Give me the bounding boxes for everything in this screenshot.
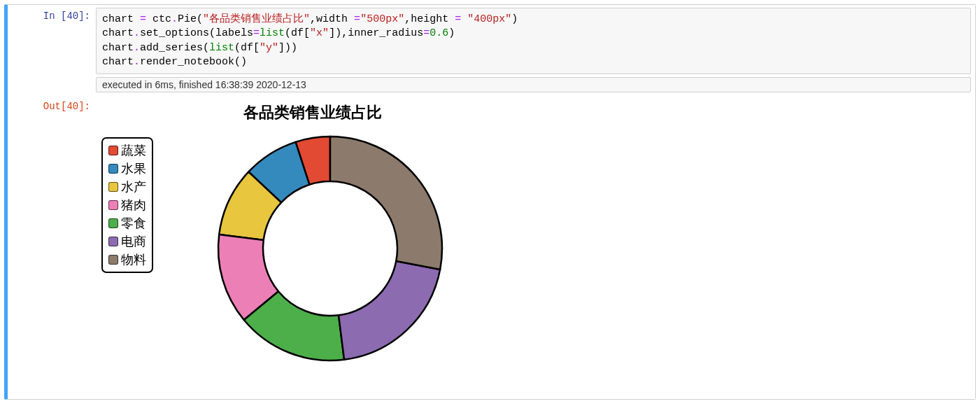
chart-body: 蔬菜水果水产猪肉零食电商物料 bbox=[96, 126, 446, 392]
code-text: chart = ctc.Pie("各品类销售业绩占比",width ="500p… bbox=[102, 13, 965, 69]
legend-item[interactable]: 电商 bbox=[108, 232, 146, 251]
legend-label: 水产 bbox=[121, 178, 146, 195]
pie-slice[interactable] bbox=[339, 261, 440, 360]
pie-slice[interactable] bbox=[330, 136, 442, 270]
legend-swatch bbox=[108, 182, 118, 192]
legend-item[interactable]: 猪肉 bbox=[108, 196, 146, 214]
legend-label: 猪肉 bbox=[121, 197, 146, 214]
pie-chart: 各品类销售业绩占比 蔬菜水果水产猪肉零食电商物料 bbox=[96, 98, 446, 392]
legend-label: 物料 bbox=[121, 251, 146, 268]
legend-item[interactable]: 物料 bbox=[108, 251, 146, 269]
donut-svg bbox=[208, 126, 453, 371]
donut-holder bbox=[208, 126, 453, 371]
chart-title: 各品类销售业绩占比 bbox=[138, 102, 488, 123]
code-input[interactable]: chart = ctc.Pie("各品类销售业绩占比",width ="500p… bbox=[96, 8, 971, 74]
legend-label: 水果 bbox=[121, 160, 146, 177]
legend-label: 零食 bbox=[121, 215, 146, 232]
legend-swatch bbox=[108, 237, 118, 246]
notebook-cell: In [40]: chart = ctc.Pie("各品类销售业绩占比",wid… bbox=[4, 4, 976, 400]
legend-item[interactable]: 蔬菜 bbox=[108, 141, 146, 160]
output-area: 各品类销售业绩占比 蔬菜水果水产猪肉零食电商物料 bbox=[96, 95, 975, 392]
legend-item[interactable]: 水果 bbox=[108, 160, 146, 178]
output-row: Out[40]: 各品类销售业绩占比 蔬菜水果水产猪肉零食电商物料 bbox=[8, 95, 975, 399]
input-row: In [40]: chart = ctc.Pie("各品类销售业绩占比",wid… bbox=[8, 5, 975, 74]
legend-item[interactable]: 零食 bbox=[108, 214, 146, 232]
legend-swatch bbox=[108, 164, 118, 174]
legend-swatch bbox=[108, 218, 118, 228]
legend-swatch bbox=[108, 255, 118, 265]
legend-label: 蔬菜 bbox=[121, 142, 146, 159]
legend-swatch bbox=[108, 200, 118, 210]
in-prompt: In [40]: bbox=[8, 5, 96, 24]
legend-item[interactable]: 水产 bbox=[108, 178, 146, 196]
legend-label: 电商 bbox=[121, 233, 146, 250]
chart-legend[interactable]: 蔬菜水果水产猪肉零食电商物料 bbox=[101, 137, 153, 273]
legend-swatch bbox=[108, 146, 118, 155]
out-prompt: Out[40]: bbox=[8, 95, 96, 115]
execution-status: executed in 6ms, finished 16:38:39 2020-… bbox=[96, 77, 971, 92]
